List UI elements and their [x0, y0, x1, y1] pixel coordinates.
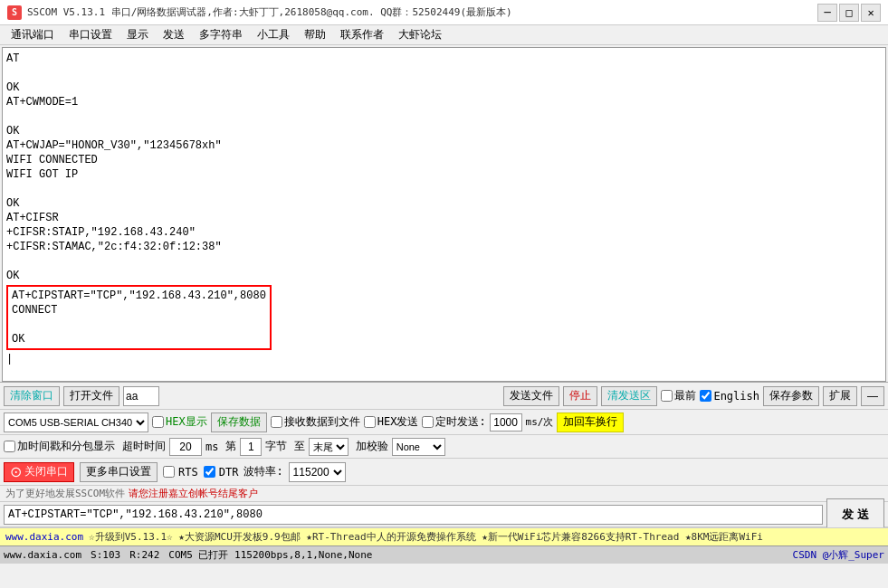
add-time-checkbox[interactable]: [4, 441, 15, 452]
terminal-line: WIFI CONNECTED: [6, 153, 882, 167]
terminal-area[interactable]: AT OK AT+CWMODE=1 OK AT+CWJAP="HONOR_V30…: [2, 47, 886, 382]
menu-serial-settings[interactable]: 串口设置: [62, 25, 119, 44]
main-layout: S SSCOM V5.13.1 串口/网络数据调试器,作者:大虾丁丁,26180…: [0, 0, 888, 588]
terminal-line: WIFI GOT IP: [6, 167, 882, 182]
controls-row1: 清除窗口 打开文件 发送文件 停止 清发送区 最前 English 保存参数 扩…: [0, 383, 888, 410]
byte-label: 字节 至: [265, 439, 304, 454]
more-settings-button[interactable]: 更多串口设置: [80, 462, 158, 482]
english-checkbox-label: English: [700, 390, 759, 403]
clear-send-button[interactable]: 清发送区: [601, 386, 657, 406]
terminal-line: AT+CWJAP="HONOR_V30","12345678xh": [6, 138, 882, 153]
baud-select[interactable]: 115200 9600 38400 57600: [289, 462, 346, 482]
rts-checkbox[interactable]: [163, 466, 175, 478]
save-params-button[interactable]: 保存参数: [763, 386, 819, 406]
terminal-line: CONNECT: [12, 303, 266, 318]
send-text-input[interactable]: [4, 505, 823, 525]
terminal-line: [12, 318, 266, 332]
close-port-button[interactable]: ⊙ 关闭串口: [4, 462, 74, 482]
aa-input[interactable]: [123, 386, 159, 406]
english-checkbox[interactable]: [700, 390, 711, 402]
ad-text: ☆升级到V5.13.1☆ ★大资源MCU开发板9.9包邮 ★RT-Thread中…: [89, 530, 763, 544]
page-label: 第: [225, 439, 236, 454]
minus-button[interactable]: —: [861, 386, 884, 406]
watermark: CSDN @小辉_Super: [793, 548, 884, 562]
minimize-button[interactable]: ─: [817, 4, 837, 22]
expand-button[interactable]: 扩展: [823, 386, 857, 406]
highlight-block: AT+CIPSTART="TCP","192.168.43.210",8080 …: [6, 285, 272, 350]
dtr-label: DTR: [204, 466, 239, 479]
hex-display-label: HEX显示: [152, 414, 207, 430]
add-return-button[interactable]: 加回车换行: [557, 413, 624, 432]
page-input[interactable]: [240, 438, 262, 456]
end-select[interactable]: 末尾: [309, 438, 349, 456]
terminal-line: |: [6, 352, 882, 366]
port-select[interactable]: COM5 USB-SERIAL CH340: [4, 413, 148, 432]
timeout-label: 超时时间: [122, 439, 166, 454]
receive-to-file-label: 接收数据到文件: [271, 414, 360, 430]
close-button[interactable]: ✕: [861, 4, 881, 22]
port-icon: ⊙: [10, 463, 22, 480]
hex-send-label: HEX发送: [364, 414, 419, 430]
interval-input[interactable]: [490, 413, 522, 432]
receive-to-file-checkbox[interactable]: [271, 416, 282, 428]
controls-row4: ⊙ 关闭串口 更多串口设置 RTS DTR 波特率: 115200 9600 3…: [0, 459, 888, 486]
menu-multistring[interactable]: 多字符串: [192, 25, 250, 44]
save-data-button[interactable]: 保存数据: [211, 413, 267, 432]
hex-display-checkbox[interactable]: [152, 416, 164, 428]
terminal-line: [6, 109, 882, 124]
status-url[interactable]: www.daxia.com: [4, 549, 81, 561]
hex-send-checkbox[interactable]: [364, 416, 376, 428]
checksum-select[interactable]: None CRC8 CRC16: [392, 438, 445, 456]
terminal-line: [6, 254, 882, 269]
terminal-line: OK: [12, 332, 266, 346]
dtr-checkbox[interactable]: [204, 466, 215, 478]
menu-comport[interactable]: 通讯端口: [4, 25, 62, 44]
status-bar: www.daxia.com S:103 R:242 COM5 已打开 11520…: [0, 545, 888, 564]
terminal-line: AT+CIPSTART="TCP","192.168.43.210",8080: [12, 289, 266, 303]
menu-send[interactable]: 发送: [156, 25, 192, 44]
timeout-unit: ms: [205, 441, 218, 453]
timed-send-checkbox[interactable]: [422, 416, 434, 428]
send-button[interactable]: 发 送: [826, 498, 884, 531]
interval-unit: ms/次: [526, 415, 554, 429]
baud-label: 波特率:: [243, 464, 282, 479]
add-time-label: 加时间戳和分包显示: [4, 439, 115, 454]
rts-label: RTS: [163, 466, 198, 479]
clear-window-button[interactable]: 清除窗口: [4, 386, 60, 406]
open-file-button[interactable]: 打开文件: [63, 386, 119, 406]
terminal-line: AT+CIFSR: [6, 211, 882, 225]
controls-row6: 发 送: [0, 502, 888, 527]
send-file-button[interactable]: 发送文件: [503, 386, 559, 406]
last-checkbox[interactable]: [661, 390, 673, 402]
status-r: R:242: [129, 549, 159, 561]
terminal-line: AT+CWMODE=1: [6, 95, 882, 109]
title-controls: ─ □ ✕: [817, 4, 881, 22]
menu-bar: 通讯端口 串口设置 显示 发送 多字符串 小工具 帮助 联系作者 大虾论坛: [0, 25, 888, 45]
terminal-line: AT: [6, 52, 882, 66]
controls-row3: 加时间戳和分包显示 超时时间 ms 第 字节 至 末尾 加校验 None CRC…: [0, 435, 888, 459]
checksum-label: 加校验: [356, 439, 388, 454]
terminal-line: [6, 182, 882, 196]
status-s: S:103: [91, 549, 120, 561]
menu-help[interactable]: 帮助: [297, 25, 333, 44]
controls-area: 清除窗口 打开文件 发送文件 停止 清发送区 最前 English 保存参数 扩…: [0, 382, 888, 527]
terminal-line: [6, 66, 882, 81]
maximize-button[interactable]: □: [839, 4, 859, 22]
last-checkbox-label: 最前: [661, 388, 696, 403]
promo-row: 为了更好地发展SSCOM软件 请您注册嘉立创帐号结尾客户: [0, 486, 888, 502]
timeout-input[interactable]: [169, 438, 202, 456]
menu-tools[interactable]: 小工具: [250, 25, 297, 44]
terminal-line: OK: [6, 196, 882, 211]
stop-button[interactable]: 停止: [563, 386, 597, 406]
menu-contact[interactable]: 联系作者: [333, 25, 391, 44]
menu-forum[interactable]: 大虾论坛: [391, 25, 449, 44]
ad-url[interactable]: www.daxia.com: [5, 531, 83, 543]
title-text: SSCOM V5.13.1 串口/网络数据调试器,作者:大虾丁丁,2618058…: [27, 5, 512, 19]
status-com: COM5 已打开 115200bps,8,1,None,None: [168, 548, 372, 562]
app-icon: S: [7, 5, 22, 20]
menu-display[interactable]: 显示: [119, 25, 156, 44]
terminal-line: OK: [6, 124, 882, 138]
terminal-line: OK: [6, 269, 882, 283]
terminal-line: +CIFSR:STAIP,"192.168.43.240": [6, 225, 882, 240]
title-bar: S SSCOM V5.13.1 串口/网络数据调试器,作者:大虾丁丁,26180…: [0, 0, 888, 25]
